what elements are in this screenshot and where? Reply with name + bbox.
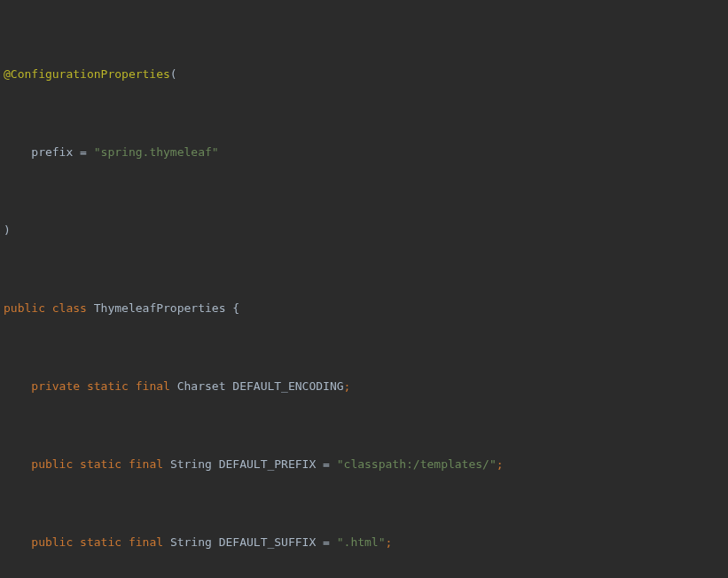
code-line[interactable]: ): [0, 221, 728, 240]
code-line[interactable]: public static final String DEFAULT_SUFFI…: [0, 533, 728, 552]
code-line[interactable]: private static final Charset DEFAULT_ENC…: [0, 377, 728, 396]
code-lines: @ConfigurationProperties( prefix = "spri…: [0, 6, 728, 578]
code-line[interactable]: public class ThymeleafProperties {: [0, 299, 728, 318]
code-line[interactable]: @ConfigurationProperties(: [0, 65, 728, 84]
code-editor[interactable]: @ConfigurationProperties( prefix = "spri…: [0, 0, 728, 578]
code-line[interactable]: prefix = "spring.thymeleaf": [0, 143, 728, 162]
code-line[interactable]: public static final String DEFAULT_PREFI…: [0, 455, 728, 474]
